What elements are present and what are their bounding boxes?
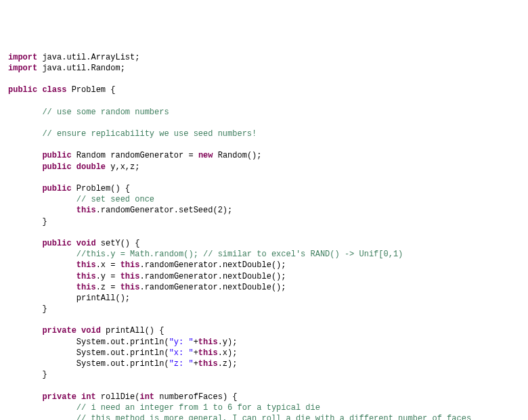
code-token: .z); [218,359,238,369]
code-token: + [194,359,198,369]
code-token: .randomGenerator.nextDouble(); [139,272,286,281]
code-token [8,239,42,248]
code-line [8,172,520,183]
code-token [8,184,42,193]
code-token: public [42,162,71,172]
code-token: } [8,304,47,314]
code-token [8,162,42,172]
code-token: import [8,53,37,62]
code-block: import java.util.ArrayList;import java.u… [8,52,520,420]
code-token: setY() { [96,239,140,248]
code-token: numberofFaces) { [154,392,237,402]
code-token: Problem() { [72,184,130,193]
code-token: this [120,272,140,281]
code-token: // i need an integer from 1 to 6 for a t… [76,403,320,413]
code-token: class [42,85,66,95]
code-line: } [8,304,520,314]
code-token: void [76,239,96,248]
code-token [8,250,76,259]
code-token: .randomGenerator.nextDouble(); [139,283,286,292]
code-line: public void setY() { [8,238,520,249]
code-line: //this.y = Math.random(); // similar to … [8,249,520,260]
code-token [8,108,42,117]
code-token: .randomGenerator.setSeed(2); [96,206,233,215]
code-token: this [76,260,96,270]
code-line [8,96,520,107]
code-token: "x: " [169,348,194,358]
code-token [8,195,76,204]
code-token: this [198,359,218,369]
code-line: } [8,216,520,227]
code-line [8,227,520,238]
code-token: java.util.Random; [37,64,125,73]
code-line: this.x = this.randomGenerator.nextDouble… [8,260,520,271]
code-token: //this.y = Math.random(); // similar to … [76,250,403,259]
code-token: double [76,162,106,172]
code-token: // use some random numbers [42,108,169,117]
code-token [8,129,42,139]
code-token: "y: " [169,337,194,347]
code-line [8,74,520,85]
code-token: } [8,370,47,379]
code-line: System.out.println("y: "+this.y); [8,337,520,348]
code-token [8,272,76,281]
code-token: // this method is more general, I can ro… [76,414,471,420]
code-line: private void printAll() { [8,325,520,336]
code-line: public class Problem { [8,85,520,95]
code-token: public [42,184,71,193]
code-line: // use some random numbers [8,107,520,118]
code-line: System.out.println("x: "+this.x); [8,348,520,358]
code-token [8,151,42,160]
code-line: this.randomGenerator.setSeed(2); [8,205,520,216]
code-line [8,139,520,150]
code-line [8,380,520,391]
code-line: private int rollDie(int numberofFaces) { [8,392,520,402]
code-token: // set seed once [76,195,154,204]
code-line: // i need an integer from 1 to 6 for a t… [8,402,520,413]
code-line: public double y,x,z; [8,162,520,172]
code-line: import java.util.ArrayList; [8,52,520,63]
code-token [8,392,42,402]
code-token [8,260,76,270]
code-line [8,118,520,129]
code-line: this.y = this.randomGenerator.nextDouble… [8,271,520,282]
code-token: public [42,239,71,248]
code-token: .y); [218,337,238,347]
code-token: rollDie( [96,392,140,402]
code-token [76,326,81,335]
code-line: // this method is more general, I can ro… [8,413,520,420]
code-token: Random randomGenerator = [72,151,198,160]
code-line: printAll(); [8,293,520,304]
code-token [8,326,42,335]
code-token: System.out.println( [8,359,169,369]
code-token: printAll(); [8,294,130,303]
code-token: private [42,326,76,335]
code-token: import [8,64,37,73]
code-token [8,414,76,420]
code-line: public Random randomGenerator = new Rand… [8,150,520,161]
code-token [8,403,76,413]
code-token: System.out.println( [8,337,169,347]
code-token: this [198,348,218,358]
code-token: int [81,392,96,402]
code-token: void [81,326,101,335]
code-line: // set seed once [8,194,520,205]
code-token: + [194,337,198,347]
code-token [72,162,76,172]
code-token: .y = [96,272,120,281]
code-token: // ensure replicability we use seed numb… [42,129,257,139]
code-token: new [198,151,213,160]
code-token: .x = [96,260,120,270]
code-token: this [198,337,218,347]
code-token: this [76,272,96,281]
code-token: y,x,z; [106,162,139,172]
code-token [76,392,81,402]
code-token: Problem { [66,85,115,95]
code-token: this [120,283,140,292]
code-line: import java.util.Random; [8,63,520,74]
code-line: this.z = this.randomGenerator.nextDouble… [8,282,520,293]
code-line: public Problem() { [8,183,520,194]
code-token: Random(); [213,151,261,160]
code-token [72,239,76,248]
code-token: .randomGenerator.nextDouble(); [139,260,286,270]
